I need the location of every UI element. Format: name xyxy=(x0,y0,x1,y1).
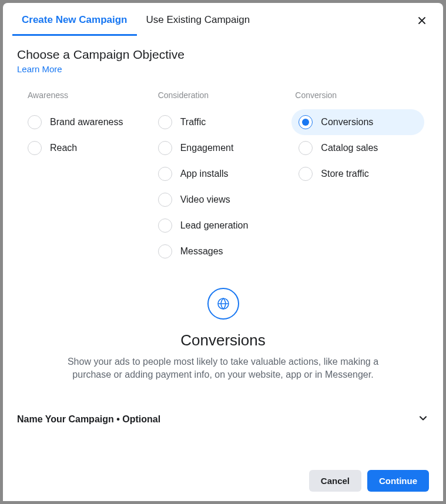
objective-conversions[interactable]: Conversions xyxy=(291,109,424,135)
objective-label: Reach xyxy=(50,143,77,153)
objective-brand-awareness[interactable]: Brand awareness xyxy=(17,109,150,135)
cancel-button[interactable]: Cancel xyxy=(309,470,361,492)
objective-detail: Conversions Show your ads to people most… xyxy=(59,288,388,382)
modal-footer: Cancel Continue xyxy=(3,462,443,501)
objective-messages[interactable]: Messages xyxy=(155,238,287,264)
objective-label: Conversions xyxy=(321,117,373,127)
create-campaign-modal: Create New Campaign Use Existing Campaig… xyxy=(3,3,443,501)
objective-app-installs[interactable]: App installs xyxy=(155,161,287,187)
objective-video-views[interactable]: Video views xyxy=(155,187,287,213)
radio-icon xyxy=(28,115,42,129)
close-icon xyxy=(416,15,428,29)
objective-label: Brand awareness xyxy=(50,117,123,127)
name-campaign-label: Name Your Campaign • Optional xyxy=(17,414,160,425)
globe-icon xyxy=(207,288,239,320)
learn-more-link[interactable]: Learn More xyxy=(17,64,62,74)
radio-icon xyxy=(158,115,172,129)
column-consideration: Consideration Traffic Engagement App ins… xyxy=(155,90,292,264)
radio-icon xyxy=(158,193,172,207)
radio-icon xyxy=(299,141,313,155)
radio-icon xyxy=(28,141,42,155)
objective-label: Messages xyxy=(180,246,223,257)
continue-button[interactable]: Continue xyxy=(367,470,429,492)
objective-store-traffic[interactable]: Store traffic xyxy=(291,161,424,187)
objective-label: App installs xyxy=(180,169,229,179)
objective-lead-generation[interactable]: Lead generation xyxy=(155,213,287,238)
column-conversion: Conversion Conversions Catalog sales Sto… xyxy=(291,90,429,264)
radio-icon xyxy=(299,167,313,181)
modal-tabs: Create New Campaign Use Existing Campaig… xyxy=(3,3,443,36)
objective-engagement[interactable]: Engagement xyxy=(155,135,287,161)
objective-label: Engagement xyxy=(180,143,234,153)
modal-body: Choose a Campaign Objective Learn More A… xyxy=(3,36,443,462)
detail-description: Show your ads to people most likely to t… xyxy=(59,355,388,382)
tab-create-new[interactable]: Create New Campaign xyxy=(12,4,137,35)
objective-traffic[interactable]: Traffic xyxy=(155,109,287,135)
column-title-consideration: Consideration xyxy=(155,90,292,100)
column-title-conversion: Conversion xyxy=(291,90,429,100)
objective-label: Video views xyxy=(180,194,230,205)
objective-label: Store traffic xyxy=(321,169,369,179)
objective-label: Traffic xyxy=(180,117,206,127)
radio-icon xyxy=(158,219,172,233)
column-awareness: Awareness Brand awareness Reach xyxy=(17,90,155,264)
objective-label: Catalog sales xyxy=(321,143,378,153)
page-title: Choose a Campaign Objective xyxy=(17,48,429,62)
tab-use-existing[interactable]: Use Existing Campaign xyxy=(137,4,260,35)
column-title-awareness: Awareness xyxy=(17,90,155,100)
close-button[interactable] xyxy=(413,12,431,31)
radio-icon xyxy=(158,167,172,181)
radio-icon xyxy=(158,244,172,258)
name-campaign-section[interactable]: Name Your Campaign • Optional xyxy=(17,405,429,441)
objective-catalog-sales[interactable]: Catalog sales xyxy=(291,135,424,161)
radio-icon xyxy=(299,115,313,129)
objective-reach[interactable]: Reach xyxy=(17,135,150,161)
detail-title: Conversions xyxy=(59,331,388,350)
objective-grid: Awareness Brand awareness Reach Consider… xyxy=(17,90,429,264)
chevron-down-icon xyxy=(417,412,429,426)
radio-icon xyxy=(158,141,172,155)
objective-label: Lead generation xyxy=(180,220,249,231)
